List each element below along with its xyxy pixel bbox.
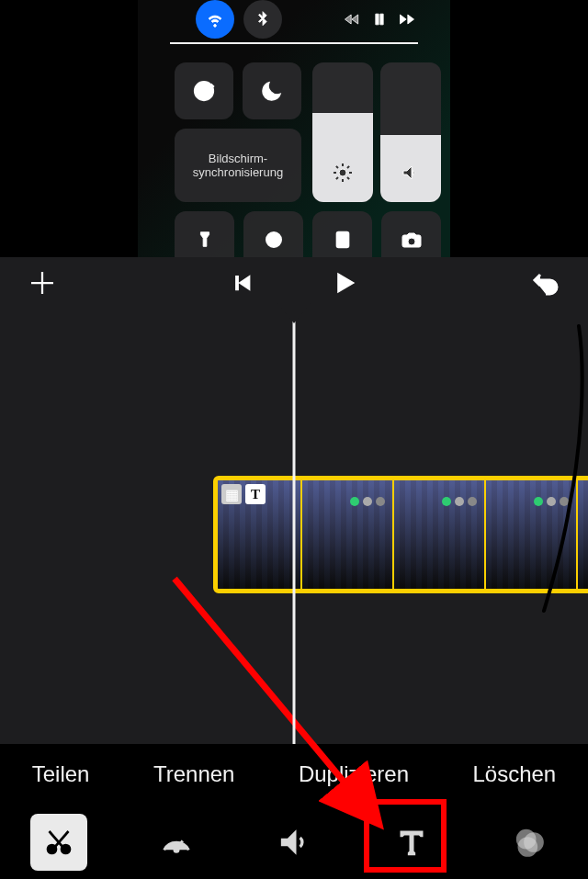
screen-mirroring-label: Bildschirm- synchronisierung	[193, 152, 283, 179]
scissors-icon	[42, 826, 75, 859]
speaker-icon	[276, 824, 312, 861]
video-preview: Bildschirm- synchronisierung	[0, 0, 588, 257]
utility-row	[175, 211, 441, 257]
add-button[interactable]	[26, 266, 59, 303]
text-tool[interactable]	[383, 814, 440, 871]
calculator-icon	[312, 211, 372, 257]
timer-icon	[243, 211, 303, 257]
bluetooth-icon	[243, 0, 282, 39]
title-badge-icon: T	[245, 484, 266, 504]
skip-to-start-button[interactable]	[228, 269, 255, 300]
pause-icon	[370, 10, 389, 28]
timeline-area[interactable]: ▦ T	[0, 312, 588, 744]
delete-action[interactable]: Löschen	[465, 758, 563, 791]
flashlight-icon	[175, 211, 234, 257]
cut-tool[interactable]	[30, 814, 87, 871]
speedometer-icon	[158, 824, 195, 861]
video-clip[interactable]: ▦ T	[213, 476, 588, 593]
undo-button[interactable]	[529, 266, 562, 303]
rotation-lock-icon	[175, 62, 233, 119]
camera-icon	[381, 211, 441, 257]
do-not-disturb-icon	[243, 62, 301, 119]
volume-tool[interactable]	[266, 814, 322, 871]
filters-icon	[511, 824, 548, 861]
speaker-icon	[400, 162, 422, 184]
filters-tool[interactable]	[501, 814, 558, 871]
svg-point-7	[175, 848, 178, 851]
detach-action[interactable]: Trennen	[146, 758, 243, 791]
connectivity-module	[175, 0, 303, 39]
svg-point-10	[518, 838, 537, 856]
screen-mirroring-tile: Bildschirm- synchronisierung	[175, 129, 301, 202]
playhead-line[interactable]	[293, 312, 296, 744]
preview-frame: Bildschirm- synchronisierung	[138, 0, 450, 257]
transport-bar	[0, 257, 588, 312]
forward-icon	[398, 10, 416, 28]
brightness-icon	[332, 162, 354, 184]
duplicate-action[interactable]: Duplizieren	[291, 758, 416, 791]
control-center-handle	[170, 42, 418, 44]
media-controls-module	[312, 0, 446, 39]
brightness-slider	[312, 62, 373, 202]
wifi-icon	[196, 0, 234, 39]
text-icon	[393, 824, 430, 861]
playhead-indicator	[277, 303, 311, 323]
svg-rect-1	[202, 89, 207, 95]
rewind-icon	[343, 10, 361, 28]
clip-actions-bar: Teilen Trennen Duplizieren Löschen	[0, 744, 588, 805]
clip-thumbnail-icon: ▦	[221, 484, 242, 504]
speed-tool[interactable]	[148, 814, 205, 871]
tool-bar	[0, 805, 588, 879]
split-action[interactable]: Teilen	[25, 758, 97, 791]
svg-rect-4	[336, 232, 348, 248]
play-button[interactable]	[329, 267, 360, 302]
svg-point-2	[339, 169, 346, 176]
volume-slider	[380, 62, 441, 202]
